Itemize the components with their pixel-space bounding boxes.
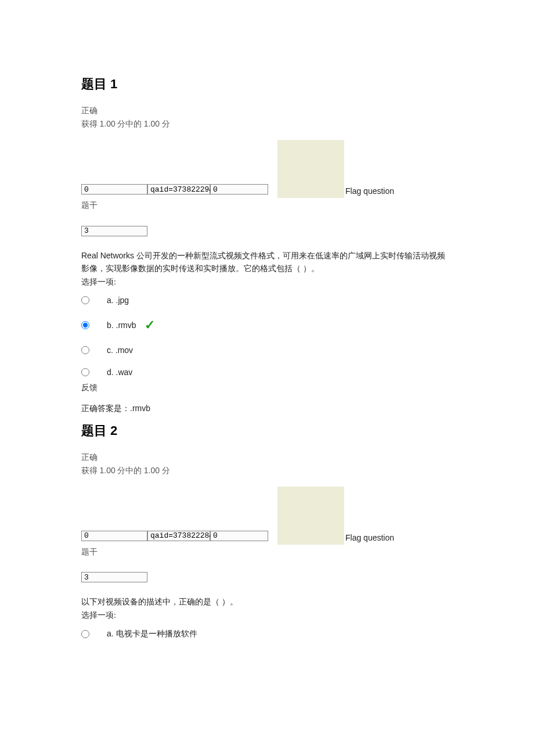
question-1-hidden-inputs: 0 qaid=37382229& 0 <box>81 184 453 195</box>
question-2-meta: 正确 获得 1.00 分中的 1.00 分 <box>81 451 453 477</box>
hidden-input-b[interactable]: qaid=37382228& <box>147 531 210 541</box>
question-2-select-prompt: 选择一项: <box>81 610 453 621</box>
question-1-feedback-label: 反馈 <box>81 383 453 393</box>
question-1-select-prompt: 选择一项: <box>81 277 453 287</box>
hidden-input-c[interactable]: 0 <box>210 531 268 541</box>
flag-question-link[interactable]: Flag question <box>345 186 394 196</box>
question-2-text: 以下对视频设备的描述中，正确的是（ ）。 <box>81 595 453 608</box>
question-1-stem-label: 题干 <box>81 200 453 211</box>
question-2-heading: 题目 2 <box>81 422 453 440</box>
question-1-heading: 题目 1 <box>81 75 453 93</box>
radio-option-a[interactable] <box>81 296 89 304</box>
question-2-hidden-inputs: 0 qaid=37382228& 0 <box>81 531 453 541</box>
question-1-score: 获得 1.00 分中的 1.00 分 <box>81 117 453 131</box>
check-icon: ✓ <box>145 318 155 333</box>
option-a-label: a. 电视卡是一种播放软件 <box>107 629 197 639</box>
question-2-score: 获得 1.00 分中的 1.00 分 <box>81 464 453 477</box>
option-c[interactable]: c. .mov <box>81 345 453 355</box>
radio-option-c[interactable] <box>81 346 89 354</box>
question-1-meta: 正确 获得 1.00 分中的 1.00 分 <box>81 105 453 131</box>
question-2-status: 正确 <box>81 451 453 464</box>
option-a[interactable]: a. .jpg <box>81 296 453 305</box>
option-c-label: c. .mov <box>107 345 133 355</box>
hidden-input-b[interactable]: qaid=37382229& <box>147 184 210 195</box>
hidden-input-small[interactable]: 3 <box>81 226 147 236</box>
flag-placeholder-image <box>277 487 344 545</box>
option-a-label: a. .jpg <box>107 296 129 305</box>
radio-option-d[interactable] <box>81 368 89 376</box>
option-b[interactable]: b. .rmvb ✓ <box>81 318 453 333</box>
option-b-label: b. .rmvb <box>107 321 136 330</box>
question-2-stem-label: 题干 <box>81 547 453 557</box>
radio-option-a[interactable] <box>81 630 89 638</box>
hidden-input-a[interactable]: 0 <box>81 184 147 195</box>
hidden-input-a[interactable]: 0 <box>81 531 147 541</box>
option-a[interactable]: a. 电视卡是一种播放软件 <box>81 629 453 639</box>
question-1-status: 正确 <box>81 105 453 117</box>
option-d[interactable]: d. .wav <box>81 368 453 377</box>
question-1-text: Real Networks 公司开发的一种新型流式视频文件格式，可用来在低速率的… <box>81 249 453 275</box>
hidden-input-c[interactable]: 0 <box>210 184 268 195</box>
radio-option-b[interactable] <box>81 321 89 329</box>
flag-question-link[interactable]: Flag question <box>345 533 394 542</box>
flag-placeholder-image <box>277 140 344 198</box>
option-d-label: d. .wav <box>107 368 132 377</box>
question-1-correct-answer: 正确答案是：.rmvb <box>81 404 453 414</box>
hidden-input-small[interactable]: 3 <box>81 572 147 582</box>
